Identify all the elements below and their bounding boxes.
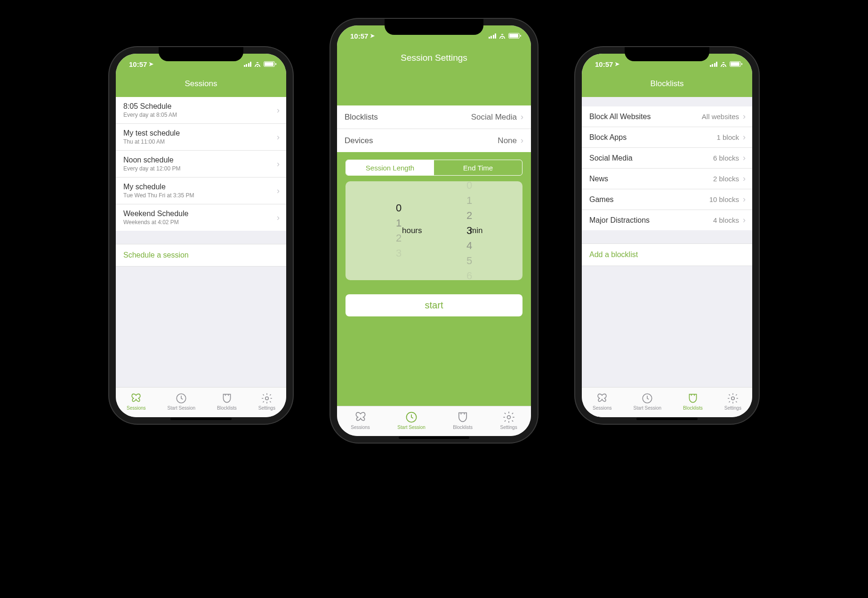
tab-blocklists[interactable]: Blocklists <box>453 411 473 430</box>
chevron-right-icon: › <box>277 213 280 223</box>
status-time: 10:57 <box>129 60 147 68</box>
tab-start-session[interactable]: Start Session <box>634 392 661 411</box>
blocklist-title: Block Apps <box>589 133 627 142</box>
blocklist-value: 6 blocks <box>713 154 739 162</box>
duration-picker[interactable]: 0 1 2 3 hours 0 1 2 3 4 <box>346 181 522 280</box>
butterfly-icon <box>596 392 608 404</box>
picker-value: 3 <box>373 248 425 259</box>
status-time: 10:57 <box>350 32 368 40</box>
minutes-wheel[interactable]: 0 1 2 3 4 5 6 min <box>443 181 495 280</box>
blocklist-row[interactable]: Block All Websites All websites› <box>582 106 752 127</box>
chevron-right-icon: › <box>743 153 746 163</box>
notch <box>385 19 483 35</box>
battery-icon <box>264 61 275 67</box>
tab-bar: Sessions Start Session Blocklists Settin… <box>116 387 286 417</box>
blocklist-row[interactable]: Social Media 6 blocks› <box>582 148 752 169</box>
picker-value: 0 <box>373 203 425 213</box>
butterfly-icon <box>354 411 367 424</box>
page-title: Sessions <box>116 74 286 97</box>
clock-icon <box>641 392 653 404</box>
tab-sessions[interactable]: Sessions <box>593 392 612 411</box>
hours-wheel[interactable]: 0 1 2 3 hours <box>373 181 425 280</box>
blocklist-row[interactable]: Games 10 blocks› <box>582 189 752 210</box>
chevron-right-icon: › <box>743 112 746 121</box>
picker-value: 2 <box>443 210 495 221</box>
tab-start-session[interactable]: Start Session <box>168 392 195 411</box>
sessions-list: 8:05 Schedule Every day at 8:05 AM › My … <box>116 97 286 231</box>
blocklists-list: Block All Websites All websites› Block A… <box>582 106 752 230</box>
session-row[interactable]: 8:05 Schedule Every day at 8:05 AM › <box>116 97 286 124</box>
session-sub: Thu at 11:00 AM <box>123 138 180 145</box>
svg-point-1 <box>265 397 269 400</box>
home-indicator[interactable] <box>636 418 698 420</box>
blocklist-row[interactable]: Block Apps 1 block› <box>582 127 752 148</box>
clock-icon <box>175 392 187 404</box>
session-row[interactable]: My test schedule Thu at 11:00 AM › <box>116 124 286 151</box>
notch <box>625 47 709 61</box>
battery-icon <box>508 33 520 39</box>
wifi-icon <box>498 33 506 39</box>
chevron-right-icon: › <box>743 174 746 184</box>
tab-start-session[interactable]: Start Session <box>397 411 425 430</box>
tab-settings[interactable]: Settings <box>258 392 275 411</box>
session-title: 8:05 Schedule <box>123 102 177 111</box>
tab-sessions[interactable]: Sessions <box>351 411 370 430</box>
min-label: min <box>470 226 482 235</box>
signal-icon <box>244 62 252 67</box>
home-indicator[interactable] <box>399 436 469 439</box>
tab-label: Blocklists <box>683 405 703 411</box>
tab-label: Settings <box>258 405 275 411</box>
tab-label: Blocklists <box>453 425 473 430</box>
picker-value: 6 <box>443 271 495 280</box>
clock-icon <box>405 411 418 424</box>
segment-end-time[interactable]: End Time <box>434 160 522 175</box>
session-sub: Weekends at 4:02 PM <box>123 219 188 226</box>
signal-icon <box>710 62 718 67</box>
devices-row[interactable]: Devices None › <box>337 129 531 152</box>
blocklist-row[interactable]: Major Distractions 4 blocks› <box>582 210 752 230</box>
gear-icon <box>261 392 273 404</box>
shield-icon <box>687 392 699 404</box>
location-icon: ➤ <box>149 61 153 67</box>
start-button[interactable]: start <box>346 294 522 316</box>
blocklists-row[interactable]: Blocklists Social Media › <box>337 105 531 129</box>
blocklist-value: All websites <box>702 113 739 121</box>
tab-label: Start Session <box>397 425 425 430</box>
blocklist-value: 1 block <box>716 133 739 141</box>
segment-session-length[interactable]: Session Length <box>346 160 434 175</box>
blocklist-title: Block All Websites <box>589 113 651 121</box>
tab-label: Start Session <box>168 405 195 411</box>
blocklist-row[interactable]: News 2 blocks› <box>582 169 752 189</box>
shield-icon <box>456 411 469 424</box>
home-indicator[interactable] <box>170 418 232 420</box>
tab-settings[interactable]: Settings <box>500 411 517 430</box>
session-title: My schedule <box>123 183 194 191</box>
tab-label: Settings <box>500 425 517 430</box>
tab-label: Sessions <box>127 405 146 411</box>
session-row[interactable]: Weekend Schedule Weekends at 4:02 PM › <box>116 204 286 231</box>
session-row[interactable]: My schedule Tue Wed Thu Fri at 3:35 PM › <box>116 178 286 204</box>
shield-icon <box>221 392 233 404</box>
wifi-icon <box>254 61 261 67</box>
tab-blocklists[interactable]: Blocklists <box>217 392 237 411</box>
tab-bar: Sessions Start Session Blocklists Settin… <box>582 387 752 417</box>
session-row[interactable]: Noon schedule Every day at 12:00 PM › <box>116 151 286 178</box>
butterfly-icon <box>130 392 142 404</box>
add-blocklist-button[interactable]: Add a blocklist <box>582 243 752 266</box>
session-title: My test schedule <box>123 129 180 137</box>
tab-settings[interactable]: Settings <box>724 392 741 411</box>
picker-value: 4 <box>443 241 495 251</box>
session-title: Noon schedule <box>123 156 180 164</box>
tab-label: Start Session <box>634 405 661 411</box>
tab-sessions[interactable]: Sessions <box>127 392 146 411</box>
blocklist-value: 4 blocks <box>713 216 739 224</box>
picker-value: 1 <box>443 195 495 206</box>
svg-point-5 <box>731 397 735 400</box>
tab-blocklists[interactable]: Blocklists <box>683 392 703 411</box>
chevron-right-icon: › <box>277 132 280 142</box>
phone-session-settings: 10:57 ➤ Session Settings Blocklists <box>330 19 538 443</box>
schedule-session-button[interactable]: Schedule a session <box>116 244 286 267</box>
chevron-right-icon: › <box>743 132 746 142</box>
svg-point-3 <box>507 416 510 419</box>
blocklist-value: 2 blocks <box>713 175 739 183</box>
